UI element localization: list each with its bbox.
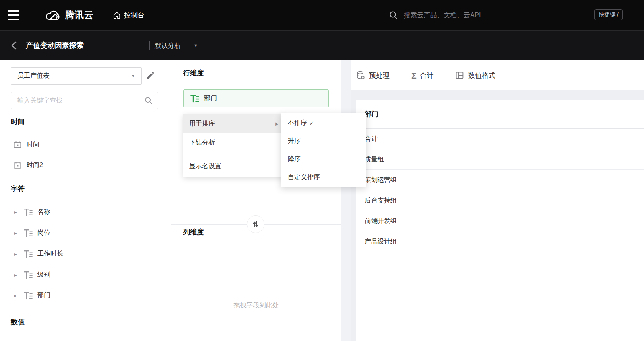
field-label: 工作时长: [37, 250, 63, 258]
field-item-level[interactable]: ▸ 级别: [14, 270, 50, 279]
submenu-item-no-sort[interactable]: 不排序 ✓: [281, 114, 366, 132]
tool-label: 数值格式: [468, 71, 495, 80]
table-row[interactable]: 产品设计组: [356, 231, 644, 252]
swap-dimensions-button[interactable]: [247, 215, 264, 233]
sigma-icon: Σ: [411, 71, 417, 80]
menu-item-label: 用于排序: [189, 120, 215, 128]
field-item-position[interactable]: ▸ 岗位: [14, 228, 50, 238]
tool-label: 预处理: [369, 71, 390, 80]
caret-right-icon[interactable]: ▸: [14, 272, 19, 278]
text-field-icon: [23, 270, 33, 279]
menu-item-label: 下钻分析: [189, 138, 215, 147]
result-table-card: 部门 合计 质量组 策划运营组 后台支持组 前端开发组 产品设计组: [356, 100, 644, 341]
caret-right-icon[interactable]: ▸: [14, 293, 19, 298]
section-header-time: 时间: [11, 117, 25, 126]
chevron-down-icon: ▼: [131, 74, 135, 78]
search-divider: [382, 0, 382, 30]
field-label: 名称: [37, 208, 50, 216]
hamburger-menu-icon[interactable]: [8, 10, 19, 23]
text-field-icon: [190, 94, 199, 103]
submenu-item-label: 降序: [288, 155, 301, 163]
menu-item-drilldown[interactable]: 下钻分析: [183, 133, 285, 152]
field-item-time[interactable]: 时间: [13, 141, 39, 149]
result-toolbar: 预处理 Σ 合计 数值格式: [351, 60, 644, 90]
row-dimension-header: 行维度: [183, 68, 204, 78]
menu-item-label: 显示名设置: [189, 162, 221, 171]
caret-right-icon[interactable]: ▸: [14, 251, 19, 257]
global-search[interactable]: 搜索云产品、文档、云API...: [389, 0, 486, 30]
table-row[interactable]: 后台支持组: [356, 190, 644, 211]
topbar: 腾讯云 控制台 搜索云产品、文档、云API... 快捷键 /: [0, 0, 644, 30]
table-row[interactable]: 策划运营组: [356, 170, 644, 190]
global-search-placeholder: 搜索云产品、文档、云API...: [404, 11, 486, 20]
back-button[interactable]: [10, 41, 18, 50]
home-icon: [113, 11, 121, 19]
field-search-box: [11, 92, 158, 109]
caret-right-icon[interactable]: ▸: [14, 209, 19, 215]
field-item-department[interactable]: ▸ 部门: [14, 291, 50, 300]
tencent-cloud-logo[interactable]: 腾讯云: [44, 0, 94, 30]
tool-label: 合计: [420, 71, 434, 80]
title-separator: [149, 41, 150, 50]
table-select-value: 员工产值表: [17, 72, 50, 80]
text-field-icon: [23, 249, 33, 258]
sort-submenu: 不排序 ✓ 升序 降序 自定义排序: [281, 113, 366, 187]
table-select[interactable]: 员工产值表 ▼: [11, 67, 142, 85]
console-link[interactable]: 控制台: [113, 0, 144, 30]
submenu-item-descending[interactable]: 降序: [281, 150, 366, 168]
section-header-text: 字符: [11, 184, 25, 193]
preprocess-button[interactable]: 预处理: [356, 60, 390, 90]
field-search-input[interactable]: [17, 97, 144, 105]
panel-resizer[interactable]: [341, 60, 351, 341]
caret-right-icon[interactable]: ▸: [14, 230, 19, 236]
field-item-workhours[interactable]: ▸ 工作时长: [14, 249, 63, 258]
database-gear-icon: [356, 70, 365, 80]
calendar-icon: [13, 161, 22, 169]
total-button[interactable]: Σ 合计: [411, 60, 434, 90]
submenu-item-label: 升序: [288, 137, 301, 145]
magnifier-icon: [144, 96, 153, 105]
text-field-icon: [23, 291, 33, 300]
search-icon: [389, 10, 398, 20]
dimension-shelf-panel: 行维度 部门 列维度 拖拽字段到此处: [171, 60, 341, 341]
biz-analysis-screen: 腾讯云 控制台 搜索云产品、文档、云API... 快捷键 /: [0, 0, 644, 341]
cloud-logo-icon: [44, 9, 61, 21]
table-row[interactable]: 合计: [356, 129, 644, 149]
table-row[interactable]: 前端开发组: [356, 211, 644, 231]
check-icon: ✓: [309, 120, 314, 127]
submenu-item-custom-sort[interactable]: 自定义排序: [281, 168, 366, 186]
menu-item-sort[interactable]: 用于排序 ▶: [183, 114, 285, 133]
field-label: 部门: [37, 291, 50, 300]
result-panel: 预处理 Σ 合计 数值格式 部门 合计 质量组 策: [351, 60, 644, 341]
text-field-icon: [23, 228, 33, 238]
submenu-item-label: 自定义排序: [288, 173, 320, 182]
grid-format-icon: [455, 70, 464, 80]
analysis-switcher[interactable]: 默认分析: [155, 31, 181, 60]
table-header-department[interactable]: 部门: [356, 100, 644, 129]
number-format-button[interactable]: 数值格式: [455, 60, 495, 90]
chip-label: 部门: [204, 94, 217, 103]
row-dimension-chip-department[interactable]: 部门: [183, 89, 329, 107]
submenu-item-label: 不排序: [288, 119, 307, 127]
page-header-bar: 产值变动因素探索 默认分析 ▼: [0, 30, 644, 60]
table-row[interactable]: 质量组: [356, 149, 644, 170]
field-label: 时间2: [27, 161, 43, 169]
menu-item-display-name[interactable]: 显示名设置: [183, 156, 285, 177]
field-label: 级别: [37, 271, 50, 279]
column-dimension-header: 列维度: [183, 227, 204, 237]
field-context-menu: 用于排序 ▶ 下钻分析 显示名设置: [183, 114, 285, 177]
drop-zone-hint: 拖拽字段到此处: [171, 301, 341, 310]
console-label: 控制台: [124, 10, 144, 20]
calendar-icon: [13, 141, 22, 149]
edit-table-button[interactable]: [145, 71, 156, 81]
field-item-time2[interactable]: 时间2: [13, 161, 43, 169]
brand-name: 腾讯云: [65, 9, 94, 21]
chevron-down-icon[interactable]: ▼: [194, 31, 198, 60]
submenu-arrow-icon: ▶: [275, 122, 279, 126]
swap-arrows-icon: [251, 220, 260, 229]
shortcut-badge: 快捷键 /: [594, 9, 623, 20]
section-header-number: 数值: [11, 318, 25, 327]
submenu-item-ascending[interactable]: 升序: [281, 132, 366, 150]
field-item-name[interactable]: ▸ 名称: [14, 207, 50, 217]
field-label: 时间: [27, 141, 39, 149]
